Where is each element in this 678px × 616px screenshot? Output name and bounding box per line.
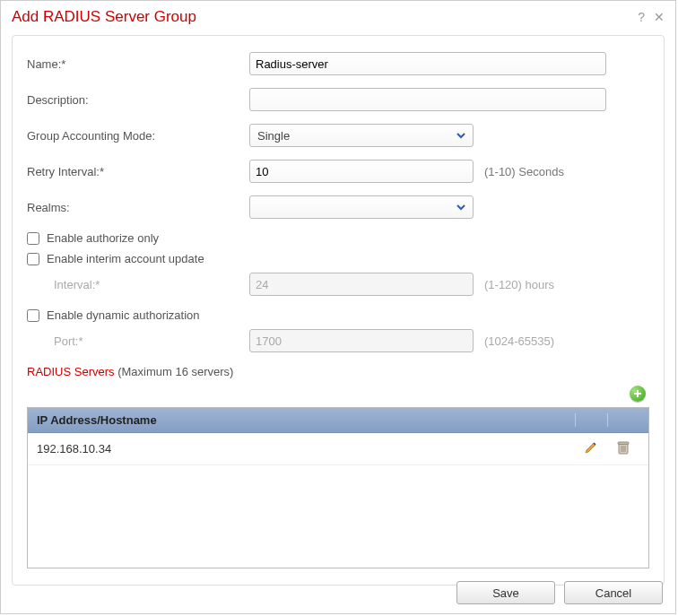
interim-update-checkbox[interactable] [27, 253, 39, 265]
interval-hint: (1-120) hours [484, 278, 554, 291]
group-accounting-select[interactable]: Single [249, 124, 474, 147]
realms-select[interactable] [249, 195, 474, 219]
retry-label: Retry Interval:* [27, 165, 249, 178]
authorize-only-checkbox[interactable] [27, 232, 39, 245]
group-accounting-label: Group Accounting Mode: [27, 129, 249, 143]
authorize-only-label: Enable authorize only [47, 231, 159, 245]
cancel-button[interactable]: Cancel [564, 581, 663, 604]
radius-servers-heading: RADIUS Servers (Maximum 16 servers) [27, 365, 649, 378]
help-icon[interactable]: ? [638, 10, 645, 24]
titlebar: Add RADIUS Server Group ? ✕ [1, 1, 675, 30]
table-header: IP Address/Hostname [28, 408, 648, 433]
delete-icon[interactable] [607, 440, 639, 457]
port-hint: (1024-65535) [484, 334, 554, 348]
realms-label: Realms: [27, 201, 249, 214]
dynamic-auth-label: Enable dynamic authorization [47, 308, 200, 322]
server-ip-cell: 192.168.10.34 [37, 442, 575, 455]
edit-icon[interactable] [575, 440, 607, 457]
retry-hint: (1-10) Seconds [484, 165, 564, 178]
retry-input[interactable] [249, 160, 474, 183]
table-row: 192.168.10.34 [28, 433, 648, 465]
titlebar-actions: ? ✕ [638, 10, 665, 24]
svg-rect-1 [618, 442, 629, 445]
interval-label: Interval:* [27, 278, 249, 291]
dynamic-auth-checkbox[interactable] [27, 309, 39, 322]
name-input[interactable] [249, 52, 606, 75]
dialog-footer: Save Cancel [456, 581, 663, 604]
group-accounting-value: Single [257, 129, 290, 143]
interval-input [249, 273, 474, 296]
save-button[interactable]: Save [456, 581, 555, 604]
content-frame: Name:* Description: Group Accounting Mod… [12, 35, 665, 586]
description-label: Description: [27, 93, 249, 107]
dialog-title: Add RADIUS Server Group [12, 8, 196, 26]
servers-table: IP Address/Hostname 192.168.10.34 [27, 407, 649, 568]
chevron-down-icon [453, 131, 469, 140]
radius-servers-title: RADIUS Servers [27, 365, 115, 378]
description-input[interactable] [249, 88, 606, 111]
chevron-down-icon [453, 203, 469, 212]
column-ip-hostname: IP Address/Hostname [37, 413, 575, 427]
port-input [249, 329, 474, 352]
port-label: Port:* [27, 334, 249, 348]
interim-update-label: Enable interim account update [47, 252, 204, 265]
radius-servers-subtitle: (Maximum 16 servers) [115, 365, 234, 378]
dialog-add-radius-server-group: Add RADIUS Server Group ? ✕ Name:* Descr… [0, 0, 676, 614]
name-label: Name:* [27, 57, 249, 71]
add-server-button[interactable] [630, 386, 646, 402]
close-icon[interactable]: ✕ [654, 10, 665, 24]
